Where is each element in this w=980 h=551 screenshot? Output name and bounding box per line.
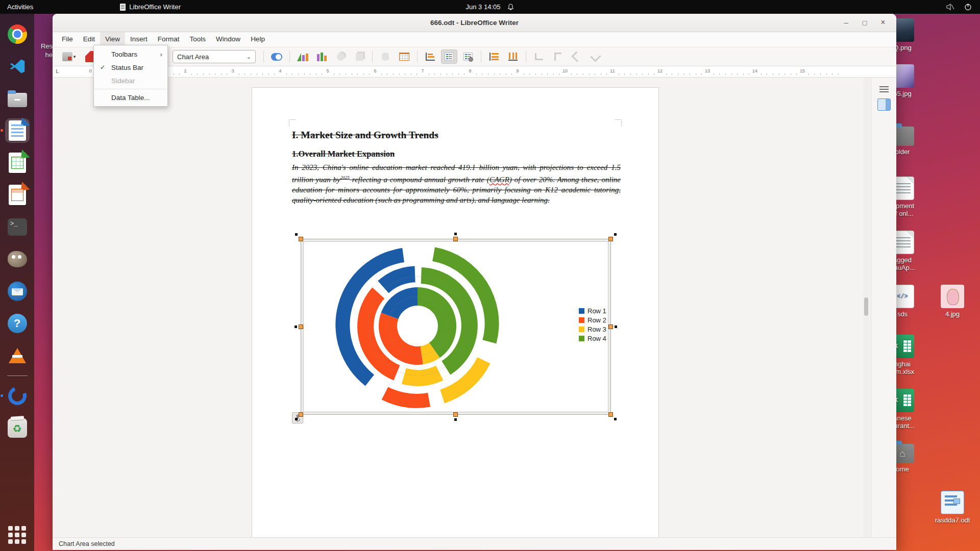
z-axis-button [569, 49, 585, 64]
chart-element-selector[interactable]: Chart Area ⌄ [173, 50, 256, 63]
sidebar-menu-icon[interactable] [879, 86, 889, 87]
dock-impress-icon[interactable] [5, 183, 30, 207]
resize-handle-top-left[interactable] [299, 237, 303, 241]
dock-help-icon[interactable]: ? [5, 311, 30, 336]
resize-handle-right[interactable] [608, 324, 613, 329]
resize-handle-left[interactable] [299, 324, 303, 329]
dock-files-icon[interactable] [5, 86, 30, 111]
legend-item: Row 2 [579, 315, 606, 324]
document-heading-1[interactable]: I. Market Size and Growth Trends [292, 130, 624, 141]
desktop-icon-rasdda7-odt[interactable]: rasdda7.odt [928, 491, 977, 524]
format-selection-button[interactable] [268, 49, 285, 64]
legend-swatch [579, 308, 584, 314]
dock-calc-icon[interactable] [5, 151, 30, 175]
legend-item: Row 4 [579, 334, 606, 343]
status-bar: Chart Area selected [53, 537, 896, 550]
legend-format-button[interactable] [460, 49, 476, 64]
notification-bell-icon [507, 4, 514, 11]
3d-view-button [351, 49, 368, 64]
maximize-button[interactable]: ▢ [859, 17, 871, 29]
vertical-scrollbar[interactable] [863, 78, 869, 537]
dock-vlc-icon[interactable] [5, 343, 30, 368]
system-top-bar: Activities LibreOffice Writer Jun 3 14:0… [0, 0, 980, 14]
menu-separator [94, 89, 167, 89]
menu-item-sidebar: Sidebar [94, 74, 167, 87]
dock-trash-icon[interactable]: ♻ [5, 416, 30, 440]
spellcheck-underlined-word: CAGR [489, 176, 509, 184]
y-axis-button [550, 49, 566, 64]
chart-legend[interactable]: Row 1 Row 2 Row 3 Row 4 [579, 306, 606, 343]
sidebar-properties-icon[interactable] [877, 98, 891, 111]
running-indicator-dot [1, 394, 3, 397]
scrollbar-thumb[interactable] [864, 297, 868, 316]
legend-item: Row 1 [579, 306, 606, 315]
focused-app-indicator[interactable]: LibreOffice Writer [120, 3, 181, 11]
horizontal-ruler[interactable]: L 0123456789101112131415 [53, 66, 896, 78]
3d-rotation-button [332, 49, 349, 64]
menu-window[interactable]: Window [211, 32, 246, 47]
document-paragraph[interactable]: In 2023, China's online education market… [292, 162, 621, 205]
power-icon[interactable] [964, 3, 972, 11]
volume-muted-icon[interactable] [946, 3, 955, 11]
activities-button[interactable]: Activities [7, 3, 33, 11]
document-page[interactable]: I. Market Size and Growth Trends 1.Overa… [252, 88, 658, 537]
document-heading-2[interactable]: 1.Overall Market Expansion [292, 149, 624, 159]
dock-chrome-icon[interactable] [5, 22, 30, 46]
window-titlebar[interactable]: 666.odt - LibreOffice Writer – ▢ × [53, 14, 896, 32]
dock-app-grid-icon[interactable] [8, 526, 26, 544]
resize-handle-bottom[interactable] [453, 412, 458, 417]
legend-swatch [579, 317, 584, 323]
legend-toggle-button[interactable] [441, 49, 457, 64]
embedded-chart-object[interactable]: Row 1 Row 2 Row 3 Row 4 [301, 239, 611, 415]
superscript-year: 2025 [340, 175, 350, 180]
data-series-button [377, 49, 394, 64]
dock-thunderbird-icon[interactable] [5, 279, 30, 304]
app-document-icon [120, 4, 126, 11]
dock-vscode-icon[interactable] [5, 54, 30, 79]
legend-item: Row 3 [579, 324, 606, 334]
tab-stop-marker[interactable]: L [56, 68, 59, 74]
dock-writer-icon[interactable] [5, 118, 30, 143]
submenu-arrow-icon: › [160, 51, 163, 58]
resize-handle-bottom-left[interactable] [299, 412, 303, 417]
legend-swatch [579, 327, 584, 332]
vertical-grids-button[interactable] [505, 49, 521, 64]
resize-handle-bottom-right[interactable] [608, 412, 613, 417]
axes-button[interactable] [422, 49, 438, 64]
donut-chart[interactable] [301, 239, 610, 410]
window-title: 666.odt - LibreOffice Writer [430, 19, 519, 27]
clock[interactable]: Jun 3 14:05 [466, 3, 501, 11]
menu-help[interactable]: Help [246, 32, 270, 47]
menu-tools[interactable]: Tools [185, 32, 211, 47]
legend-swatch [579, 336, 584, 341]
menu-file[interactable]: File [57, 32, 78, 47]
minimize-button[interactable]: – [840, 17, 852, 29]
data-table-button[interactable] [396, 49, 412, 64]
running-indicator-dot [1, 129, 3, 132]
x-axis-button [531, 49, 547, 64]
hidden-desktop-icon-label: Res he [34, 42, 53, 59]
dock-divider [7, 375, 28, 376]
checkmark-icon: ✓ [100, 64, 105, 71]
menu-item-data-table[interactable]: Data Table... [94, 91, 167, 104]
dock-software-updater-icon[interactable] [5, 384, 30, 408]
menu-bar: File Edit View Insert Format Tools Windo… [53, 32, 896, 47]
dock-gimp-icon[interactable] [5, 247, 30, 271]
sidebar-rail [871, 78, 896, 537]
close-button[interactable]: × [877, 17, 889, 29]
chart-type-button[interactable] [295, 49, 311, 64]
menu-item-toolbars[interactable]: Toolbars › [94, 47, 167, 61]
data-ranges-button[interactable] [313, 49, 330, 64]
desktop-icon-4jpg[interactable]: 4.jpg [928, 285, 977, 318]
chart-toolbar: ▾ Chart Area ⌄ [53, 47, 896, 66]
dock-terminal-icon[interactable]: >_ [5, 215, 30, 239]
save-button[interactable]: ▾ [59, 49, 79, 64]
menu-item-status-bar[interactable]: ✓ Status Bar [94, 61, 167, 74]
horizontal-grids-button[interactable] [486, 49, 502, 64]
resize-handle-top[interactable] [453, 237, 458, 241]
text-boundary-mark [289, 119, 296, 127]
view-menu-popup: Toolbars › ✓ Status Bar Sidebar Data Tab… [93, 45, 168, 107]
document-area[interactable]: I. Market Size and Growth Trends 1.Overa… [53, 78, 871, 537]
resize-handle-top-right[interactable] [608, 237, 613, 241]
writer-document-icon [941, 491, 964, 514]
